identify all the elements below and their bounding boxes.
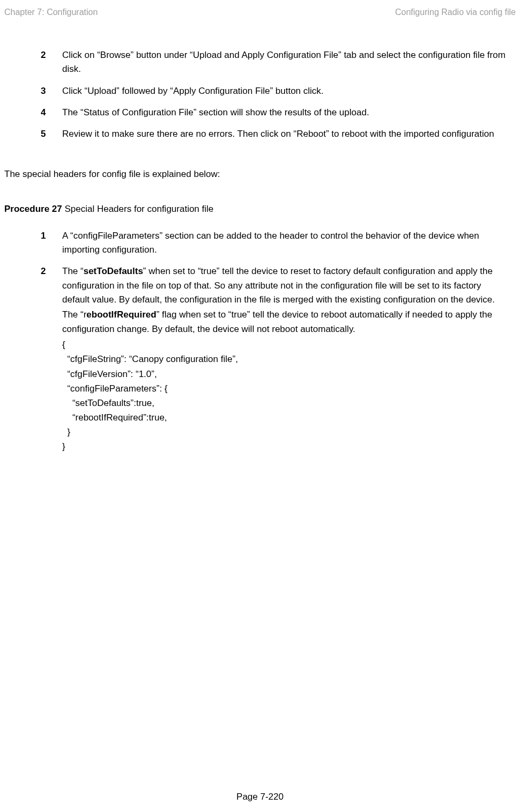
page-header: Chapter 7: Configuration Configuring Rad… (0, 0, 520, 17)
list-item: 4 The “Status of Configuration File” sec… (4, 106, 516, 120)
list-item-number: 3 (4, 84, 62, 98)
header-section-title: Configuring Radio via config file (395, 8, 516, 17)
code-line: “setToDefaults”:true, (62, 396, 516, 410)
code-line: “rebootIfRequired”:true, (62, 410, 516, 425)
list-item-text: The “setToDefaults” when set to “true” t… (62, 264, 516, 307)
list-item: 1 A “configFileParameters” section can b… (4, 229, 516, 257)
code-line: } (62, 425, 516, 439)
procedure-heading: Procedure 27 Special Headers for configu… (4, 202, 516, 216)
list-item-number: 2 (4, 48, 62, 77)
bold-term: ebootIfRequired (86, 309, 156, 320)
paragraph: The “rebootIfRequired” flag when set to … (4, 308, 516, 336)
code-line: } (62, 439, 516, 454)
list-item-number: 5 (4, 127, 62, 141)
procedure-label: Procedure 27 (4, 204, 62, 214)
section-intro-text: The special headers for config file is e… (4, 167, 516, 181)
list-item-text: Click “Upload” followed by “Apply Config… (62, 84, 516, 98)
bold-term: setToDefaults (84, 266, 143, 276)
list-item-text: The “Status of Configuration File” secti… (62, 106, 516, 120)
list-item-text: Review it to make sure there are no erro… (62, 127, 516, 141)
list-item: 3 Click “Upload” followed by “Apply Conf… (4, 84, 516, 98)
list-item-text: A “configFileParameters” section can be … (62, 229, 516, 257)
page-content: 2 Click on “Browse” button under “Upload… (0, 17, 520, 454)
list-item-text: Click on “Browse” button under “Upload a… (62, 48, 516, 77)
code-line: “cfgFileVersion”: “1.0”, (62, 367, 516, 381)
list-item: 2 Click on “Browse” button under “Upload… (4, 48, 516, 77)
code-line: “configFileParameters”: { (62, 381, 516, 396)
code-line: { (62, 337, 516, 352)
list-item: 2 The “setToDefaults” when set to “true”… (4, 264, 516, 307)
list-item-number: 4 (4, 106, 62, 120)
list-item: 5 Review it to make sure there are no er… (4, 127, 516, 141)
page-footer: Page 7-220 (0, 792, 520, 802)
code-block: { “cfgFileString”: “Canopy configuration… (4, 337, 516, 454)
list-item-number: 2 (4, 264, 62, 307)
code-line: “cfgFileString”: “Canopy configuration f… (62, 352, 516, 366)
procedure-title: Special Headers for configuration file (62, 204, 214, 214)
list-item-number: 1 (4, 229, 62, 257)
header-chapter: Chapter 7: Configuration (4, 8, 98, 17)
